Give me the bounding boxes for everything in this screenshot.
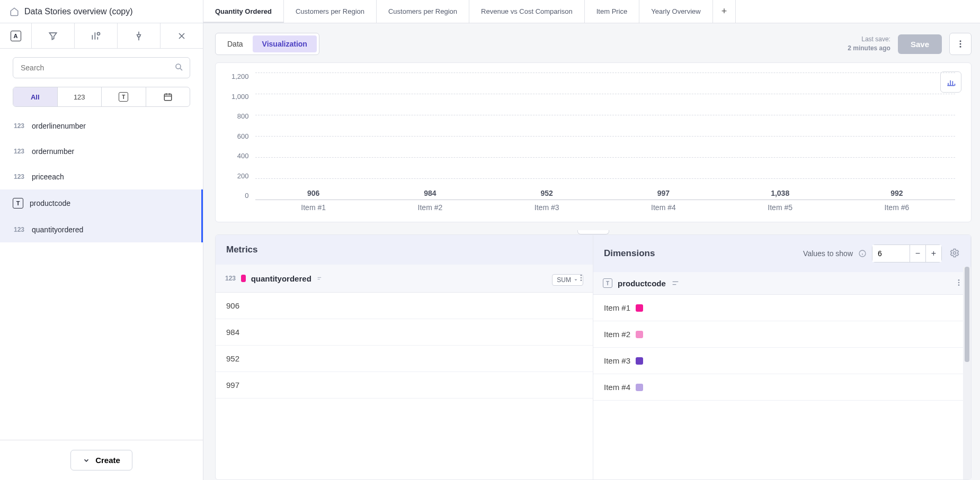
bar[interactable]: 992 xyxy=(839,189,955,200)
type-filter-numeric[interactable]: 123 xyxy=(58,87,102,106)
metric-value-row[interactable]: 984 xyxy=(216,319,593,346)
bar-value-label: 952 xyxy=(540,189,553,197)
sidebar-toolbar: A xyxy=(0,23,203,49)
field-item[interactable]: 123orderlinenumber xyxy=(0,113,203,139)
metric-value-row[interactable]: 906 xyxy=(216,293,593,319)
tab[interactable]: Yearly Overview xyxy=(639,0,712,23)
create-label: Create xyxy=(95,456,120,465)
metric-field-row[interactable]: 123 quantityordered SUM xyxy=(216,265,593,293)
text-type-icon: T xyxy=(13,198,23,209)
metric-kebab[interactable] xyxy=(577,274,585,284)
field-name: ordernumber xyxy=(32,147,74,156)
last-save-ago: 2 minutes ago xyxy=(848,44,890,53)
dimension-kebab[interactable] xyxy=(955,278,963,288)
settings-lines-icon xyxy=(317,274,322,283)
type-filter-date[interactable] xyxy=(146,87,190,106)
dimensions-title: Dimensions xyxy=(604,248,655,259)
tab[interactable]: Quantity Ordered xyxy=(203,0,284,23)
bar[interactable]: 984 xyxy=(372,189,488,200)
tab[interactable]: Customers per Region xyxy=(377,0,469,23)
bar-value-label: 984 xyxy=(424,189,436,197)
metric-color-swatch xyxy=(241,275,246,282)
scrollbar-thumb[interactable] xyxy=(965,267,969,362)
chart-settings-icon[interactable] xyxy=(75,23,118,48)
tab[interactable]: Revenue vs Cost Comparison xyxy=(469,0,585,23)
add-tab-button[interactable]: + xyxy=(713,0,736,23)
create-button[interactable]: Create xyxy=(70,450,132,470)
mode-data-button[interactable]: Data xyxy=(218,35,253,52)
metrics-header: Metrics xyxy=(216,235,593,265)
dimension-field-name: productcode xyxy=(618,279,666,288)
kebab-icon xyxy=(956,39,965,49)
bar[interactable]: 952 xyxy=(488,189,605,200)
dimension-value-row[interactable]: Item #4 xyxy=(593,374,970,401)
aggregation-label: SUM xyxy=(557,276,571,284)
search-input-wrap xyxy=(13,57,190,78)
stepper-decrease[interactable]: − xyxy=(910,245,925,262)
info-icon[interactable] xyxy=(858,249,867,258)
type-filter-all[interactable]: All xyxy=(13,87,58,106)
x-tick-label: Item #1 xyxy=(255,203,372,212)
chevron-down-icon xyxy=(83,457,90,464)
field-list: 123orderlinenumber123ordernumber123price… xyxy=(0,113,203,440)
x-tick-label: Item #6 xyxy=(839,203,955,212)
more-button[interactable] xyxy=(949,33,972,55)
pin-icon[interactable] xyxy=(118,23,161,48)
search-input[interactable] xyxy=(13,57,190,78)
x-tick-label: Item #3 xyxy=(488,203,605,212)
dimension-field-row[interactable]: T productcode xyxy=(593,272,970,295)
dimension-value-label: Item #3 xyxy=(604,356,630,365)
bar-value-label: 906 xyxy=(307,189,319,197)
dimension-value-label: Item #1 xyxy=(604,303,630,312)
svg-point-3 xyxy=(960,40,961,42)
bar[interactable]: 906 xyxy=(255,189,372,200)
dimension-value-row[interactable]: Item #3 xyxy=(593,348,970,374)
tab[interactable]: Customers per Region xyxy=(284,0,377,23)
chart-card: 1,2001,0008006004002000 9069849529971,03… xyxy=(215,62,972,222)
save-area: Last save: 2 minutes ago Save xyxy=(848,33,972,55)
metric-value-row[interactable]: 997 xyxy=(216,372,593,399)
field-name: orderlinenumber xyxy=(32,122,86,130)
svg-point-8 xyxy=(581,279,582,281)
metric-value-row[interactable]: 952 xyxy=(216,346,593,372)
dimension-value-row[interactable]: Item #2 xyxy=(593,321,970,348)
dimension-color-swatch xyxy=(636,331,643,338)
last-save-label: Last save: xyxy=(848,35,890,44)
svg-rect-2 xyxy=(164,94,172,101)
letter-a-icon[interactable]: A xyxy=(0,23,32,48)
type-filter-text[interactable]: T xyxy=(102,87,146,106)
tab[interactable]: Item Price xyxy=(585,0,640,23)
save-button[interactable]: Save xyxy=(898,34,942,54)
gear-icon[interactable] xyxy=(949,248,960,260)
resize-handle[interactable] xyxy=(577,230,609,234)
dimension-value-label: Item #2 xyxy=(604,330,630,339)
settings-lines-icon xyxy=(671,279,680,287)
filter-icon[interactable] xyxy=(32,23,75,48)
dimension-color-swatch xyxy=(636,304,643,312)
dimension-value-label: Item #4 xyxy=(604,383,630,392)
values-input[interactable] xyxy=(872,245,910,262)
chart-plot: 1,2001,0008006004002000 9069849529971,03… xyxy=(231,73,955,215)
numeric-type-icon: 123 xyxy=(13,148,25,155)
dimensions-column: Dimensions Values to show − + xyxy=(593,235,971,479)
content: Data Visualization Last save: 2 minutes … xyxy=(203,23,980,480)
bar[interactable]: 997 xyxy=(605,189,721,200)
field-item[interactable]: 123ordernumber xyxy=(0,139,203,164)
close-icon[interactable] xyxy=(161,23,203,48)
bar-value-label: 992 xyxy=(890,189,903,197)
svg-point-5 xyxy=(960,46,961,48)
scrollbar[interactable] xyxy=(963,267,971,479)
breadcrumb[interactable]: Data Stories overview (copy) xyxy=(0,0,203,23)
dimension-value-row[interactable]: Item #1 xyxy=(593,295,970,321)
stepper-increase[interactable]: + xyxy=(925,245,941,262)
field-item[interactable]: Tproductcode xyxy=(0,189,203,217)
data-panel: Metrics 123 quantityordered SUM xyxy=(215,234,972,480)
mode-visualization-button[interactable]: Visualization xyxy=(253,35,317,52)
field-item[interactable]: 123quantityordered xyxy=(0,217,203,242)
x-tick-label: Item #5 xyxy=(722,203,839,212)
bars-area: 9069849529971,038992 Item #1Item #2Item … xyxy=(255,73,955,215)
bar[interactable]: 1,038 xyxy=(722,189,839,200)
sidebar-footer: Create xyxy=(0,440,203,480)
metric-field-name: quantityordered xyxy=(251,274,311,283)
field-item[interactable]: 123priceeach xyxy=(0,164,203,189)
